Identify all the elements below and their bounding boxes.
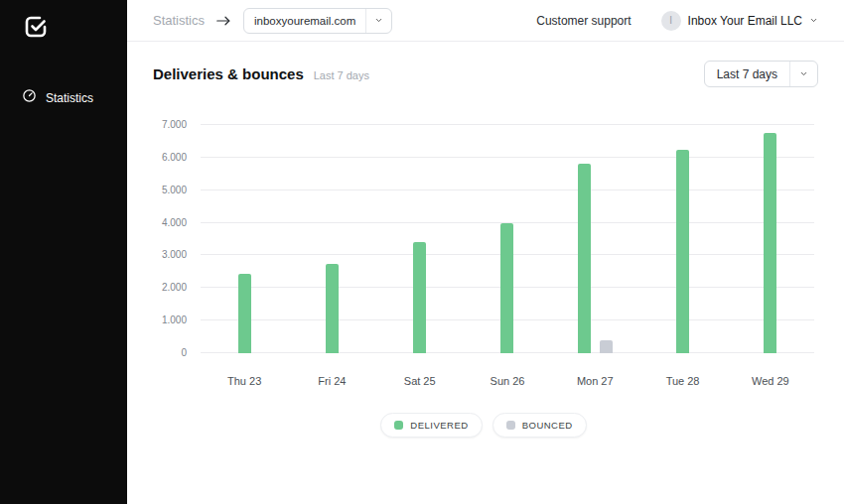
x-tick-label: Mon 27: [551, 375, 638, 387]
section-header-left: Deliveries & bounces Last 7 days: [153, 65, 369, 82]
legend-swatch: [506, 421, 515, 430]
bar-delivered: [500, 223, 513, 353]
bar-group: [727, 125, 814, 353]
bar-group: [638, 125, 726, 353]
x-tick-label: Thu 23: [201, 375, 288, 387]
bar-delivered: [413, 242, 426, 353]
legend-label: BOUNCED: [522, 420, 573, 431]
y-axis: 01.0002.0003.0004.0005.0006.0007.000: [153, 87, 201, 353]
y-tick-label: 7.000: [162, 119, 187, 130]
arrow-right-icon: [216, 15, 231, 27]
x-tick-label: Sat 25: [376, 375, 464, 387]
bar-delivered: [326, 264, 339, 353]
chart-legend: DELIVEREDBOUNCED: [153, 413, 814, 438]
chevron-down-icon: [809, 16, 818, 25]
bar-delivered: [578, 164, 591, 353]
bar-group: [201, 125, 288, 353]
y-tick-label: 2.000: [162, 282, 187, 293]
y-tick-label: 4.000: [162, 217, 187, 228]
bar-delivered: [238, 274, 251, 354]
account-menu[interactable]: I Inbox Your Email LLC: [661, 11, 818, 31]
section-header: Deliveries & bounces Last 7 days Last 7 …: [127, 42, 844, 87]
topbar-left: Statistics inboxyouremail.com: [153, 8, 392, 34]
bar-group: [288, 125, 375, 353]
chevron-down-icon: [790, 69, 817, 78]
y-tick-label: 3.000: [162, 249, 187, 260]
domain-select[interactable]: inboxyouremail.com: [243, 8, 392, 34]
bar-delivered: [676, 150, 689, 353]
plot-area: [201, 125, 814, 353]
chart-xaxis-row: Thu 23Fri 24Sat 25Sun 26Mon 27Tue 28Wed …: [153, 353, 814, 387]
account-name: Inbox Your Email LLC: [688, 14, 802, 28]
x-axis: Thu 23Fri 24Sat 25Sun 26Mon 27Tue 28Wed …: [201, 375, 814, 387]
bar-group: [551, 125, 638, 353]
app-logo[interactable]: [0, 0, 127, 43]
legend-item-bounced[interactable]: BOUNCED: [492, 413, 587, 438]
page-title: Deliveries & bounces: [153, 65, 304, 82]
chevron-down-icon: [366, 16, 391, 25]
bar-slots: [201, 125, 814, 353]
topbar-right: Customer support I Inbox Your Email LLC: [536, 11, 818, 31]
x-tick-label: Sun 26: [464, 375, 551, 387]
bar-delivered: [764, 133, 776, 353]
sidebar-item-statistics[interactable]: Statistics: [0, 78, 127, 117]
avatar: I: [661, 11, 681, 31]
customer-support-link[interactable]: Customer support: [536, 14, 631, 28]
x-tick-label: Wed 29: [727, 375, 814, 387]
legend-label: DELIVERED: [410, 420, 468, 431]
main-area: Statistics inboxyouremail.com Customer s…: [127, 0, 844, 504]
deliveries-bounces-chart: 01.0002.0003.0004.0005.0006.0007.000 Thu…: [127, 87, 844, 438]
legend-item-delivered[interactable]: DELIVERED: [380, 413, 482, 438]
bar-bounced: [600, 340, 613, 353]
bar-group: [464, 125, 551, 353]
page-subtitle: Last 7 days: [314, 69, 369, 81]
gauge-icon: [22, 88, 37, 107]
topbar: Statistics inboxyouremail.com Customer s…: [127, 0, 844, 42]
sidebar-item-label: Statistics: [46, 91, 93, 105]
y-tick-label: 5.000: [162, 185, 187, 195]
app-window: Statistics Statistics inboxyouremail.com: [0, 0, 844, 504]
x-tick-label: Tue 28: [638, 375, 726, 387]
y-tick-label: 6.000: [162, 152, 187, 163]
breadcrumb: Statistics: [153, 13, 205, 28]
legend-swatch: [394, 421, 403, 430]
bar-group: [376, 125, 464, 353]
date-range-value: Last 7 days: [705, 67, 789, 81]
y-axis-spacer: [153, 353, 201, 387]
domain-select-value: inboxyouremail.com: [254, 15, 365, 27]
checkmark-box-icon: [24, 25, 48, 42]
x-tick-label: Fri 24: [288, 375, 375, 387]
y-tick-label: 1.000: [162, 315, 187, 325]
chart-plot-row: 01.0002.0003.0004.0005.0006.0007.000: [153, 87, 814, 353]
sidebar: Statistics: [0, 0, 127, 504]
date-range-select[interactable]: Last 7 days: [704, 61, 818, 87]
